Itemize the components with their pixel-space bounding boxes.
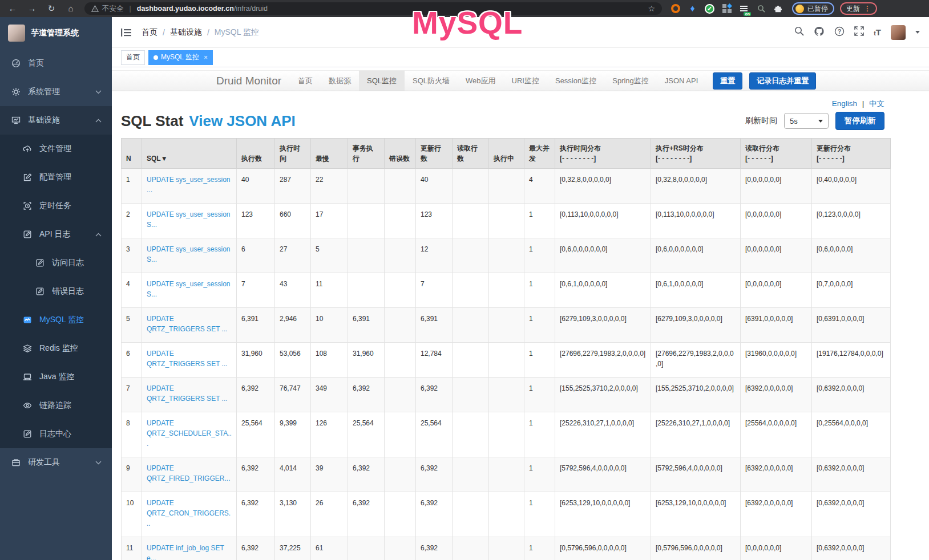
table-cell: 5 <box>311 238 348 273</box>
druid-button[interactable]: 记录日志并重置 <box>749 72 816 90</box>
lang-english-link[interactable]: English <box>832 99 857 108</box>
druid-button[interactable]: 重置 <box>713 72 742 90</box>
extension-gem-icon[interactable]: ♦ <box>688 4 697 14</box>
sidebar-item-dev-tools[interactable]: 研发工具 <box>0 448 112 477</box>
sql-link[interactable]: UPDATE sys_user_session S... <box>147 280 231 298</box>
sidebar-item-java-monitor[interactable]: Java 监控 <box>0 363 112 391</box>
sql-cell: UPDATE sys_user_session S... <box>142 238 237 273</box>
table-cell: 11 <box>122 537 142 560</box>
tag-首页[interactable]: 首页 <box>121 50 145 65</box>
table-cell: [0,113,10,0,0,0,0,0] <box>555 204 651 238</box>
sidebar-item-mysql-monitor[interactable]: MySQL 监控 <box>0 306 112 334</box>
sidebar-item-label: 基础设施 <box>28 115 60 125</box>
fullscreen-icon[interactable] <box>854 26 864 38</box>
breadcrumb-item[interactable]: 基础设施 <box>170 27 202 38</box>
table-cell: [6253,129,10,0,0,0,0,0] <box>651 492 741 537</box>
column-header: 事务执行 <box>348 139 385 169</box>
user-avatar[interactable] <box>891 25 906 40</box>
extension-orange-ring-icon[interactable] <box>671 4 680 13</box>
log-edit-icon <box>35 287 45 296</box>
tag-close-icon[interactable]: × <box>204 54 208 62</box>
browser-menu-icon[interactable]: ⋮ <box>864 5 871 13</box>
druid-nav-item[interactable]: Spring监控 <box>604 71 657 91</box>
extension-magnifier-icon[interactable] <box>756 4 766 14</box>
sidebar-item-access-logs[interactable]: 访问日志 <box>0 249 112 277</box>
sql-link[interactable]: UPDATE QRTZ_TRIGGERS SET ... <box>147 315 228 333</box>
tag-MySQL 监控[interactable]: MySQL 监控× <box>148 50 213 65</box>
github-icon[interactable] <box>814 26 825 39</box>
bookmark-star-icon[interactable]: ☆ <box>648 4 655 13</box>
lang-chinese-link[interactable]: 中文 <box>869 99 884 108</box>
refresh-interval-select[interactable]: 5s <box>784 113 829 129</box>
sidebar-item-home[interactable]: 首页 <box>0 49 112 78</box>
table-cell <box>489 343 524 378</box>
table-cell: 6 <box>237 238 275 273</box>
druid-nav-item[interactable]: 首页 <box>290 71 321 91</box>
sidebar-item-redis-monitor[interactable]: Redis 监控 <box>0 334 112 363</box>
druid-nav-item[interactable]: URI监控 <box>504 71 547 91</box>
table-cell: 7 <box>416 273 453 308</box>
navbar-actions: ? tT <box>794 25 920 40</box>
table-cell: [0,5796,596,0,0,0,0,0] <box>555 537 651 560</box>
browser-profile-button[interactable]: 已暂停 <box>792 2 834 15</box>
view-json-api-link[interactable]: View JSON API <box>189 112 295 130</box>
table-cell: [0,6,0,0,0,0,0,0] <box>651 238 741 273</box>
sql-link[interactable]: UPDATE sys_user_session S... <box>147 245 231 263</box>
sql-link[interactable]: UPDATE QRTZ_FIRED_TRIGGER... <box>147 464 230 482</box>
pause-refresh-button[interactable]: 暂停刷新 <box>835 112 884 130</box>
sql-link[interactable]: UPDATE sys_user_session ... <box>147 176 231 194</box>
page-title: SQL Stat <box>121 112 183 130</box>
column-header[interactable]: SQL▼ <box>142 139 237 169</box>
table-cell: 9,399 <box>275 412 311 457</box>
sql-link[interactable]: UPDATE QRTZ_TRIGGERS SET ... <box>147 350 228 368</box>
sidebar-item-tracing[interactable]: 链路追踪 <box>0 391 112 420</box>
column-header: 执行时间分布[- - - - - - - -] <box>555 139 651 169</box>
sidebar-item-scheduled-tasks[interactable]: 定时任务 <box>0 192 112 220</box>
table-cell: 6,392 <box>416 457 453 492</box>
breadcrumb-item[interactable]: 首页 <box>142 27 157 38</box>
java-monitor-icon <box>23 372 33 382</box>
font-size-icon[interactable]: tT <box>874 27 881 37</box>
home-icon[interactable]: ⌂ <box>65 0 76 17</box>
sidebar-item-error-logs[interactable]: 错误日志 <box>0 277 112 306</box>
sql-cell: UPDATE QRTZ_TRIGGERS SET ... <box>142 308 237 343</box>
reload-icon[interactable]: ↻ <box>46 0 57 17</box>
chevron-up-icon <box>95 119 102 123</box>
browser-update-button[interactable]: 更新 ⋮ <box>840 2 877 15</box>
extensions-puzzle-icon[interactable] <box>773 4 783 14</box>
forward-icon[interactable]: → <box>26 0 38 17</box>
table-cell: [0,5796,596,0,0,0,0,0] <box>651 537 741 560</box>
hamburger-icon[interactable] <box>121 28 131 37</box>
back-icon[interactable]: ← <box>7 0 18 17</box>
druid-nav-item[interactable]: JSON API <box>657 71 706 91</box>
druid-nav-item[interactable]: SQL监控 <box>359 71 405 91</box>
table-cell: 6,392 <box>348 457 385 492</box>
sql-link[interactable]: UPDATE sys_user_session S... <box>147 210 231 229</box>
caret-down-icon[interactable] <box>915 31 920 34</box>
druid-nav-item[interactable]: 数据源 <box>321 71 359 91</box>
extension-list-icon[interactable]: on <box>739 4 749 14</box>
druid-nav-item[interactable]: Web应用 <box>458 71 504 91</box>
sidebar-item-log-center[interactable]: 日志中心 <box>0 420 112 448</box>
table-cell: [0,6392,0,0,0,0] <box>812 457 891 492</box>
help-icon[interactable]: ? <box>834 26 845 39</box>
sidebar-item-file-mgmt[interactable]: 文件管理 <box>0 135 112 163</box>
url-bar[interactable]: 不安全 | dashboard.yudao.iocoder.cn /infra/… <box>84 2 662 15</box>
search-icon[interactable] <box>794 26 804 38</box>
layers-icon <box>23 344 33 353</box>
table-cell: 5 <box>122 308 142 343</box>
sidebar-item-system-mgmt[interactable]: 系统管理 <box>0 78 112 106</box>
sidebar-item-config-mgmt[interactable]: 配置管理 <box>0 163 112 192</box>
eye-icon <box>23 401 33 410</box>
sql-link[interactable]: UPDATE inf_job_log SET e... <box>147 544 224 560</box>
table-cell: 10 <box>122 492 142 537</box>
sql-link[interactable]: UPDATE QRTZ_SCHEDULER_STA... <box>147 419 232 448</box>
extension-check-icon[interactable]: ✓ <box>705 4 714 14</box>
sql-link[interactable]: UPDATE QRTZ_CRON_TRIGGERS... <box>147 499 231 527</box>
extension-blocks-icon[interactable] <box>722 4 732 14</box>
sidebar-item-infrastructure[interactable]: 基础设施 <box>0 106 112 135</box>
sql-link[interactable]: UPDATE QRTZ_TRIGGERS SET ... <box>147 384 228 403</box>
sidebar-item-api-logs[interactable]: API 日志 <box>0 220 112 249</box>
druid-nav-item[interactable]: Session监控 <box>547 71 604 91</box>
druid-nav-item[interactable]: SQL防火墙 <box>405 71 458 91</box>
